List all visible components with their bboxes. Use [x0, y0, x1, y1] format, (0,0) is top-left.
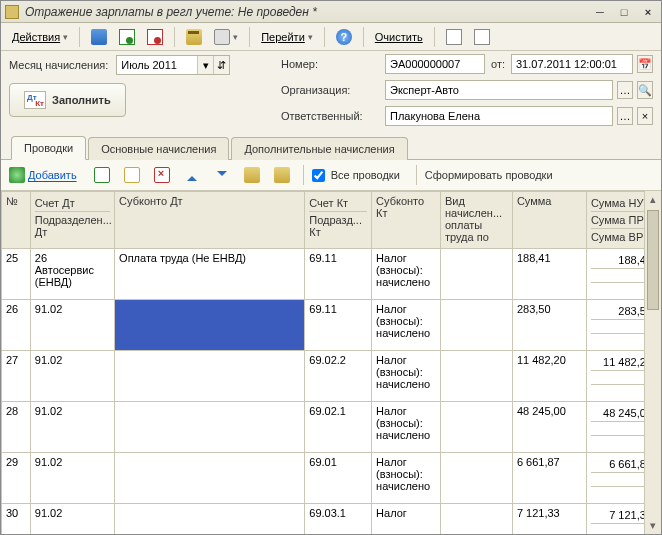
cell-dt[interactable]: 91.02: [30, 300, 114, 351]
cell-subk-kt[interactable]: Налог (взносы): начислено: [372, 351, 441, 402]
cell-subk-kt[interactable]: Налог (взносы): начислено: [372, 453, 441, 504]
calendar-icon[interactable]: 📅: [637, 55, 653, 73]
tab-provodki[interactable]: Проводки: [11, 136, 86, 160]
col-kt-label: Счет Кт: [309, 195, 367, 212]
date-field[interactable]: 31.07.2011 12:00:01: [511, 54, 633, 74]
cell-subk-dt[interactable]: [115, 351, 305, 402]
cell-sum[interactable]: 48 245,00: [512, 402, 586, 453]
org-open-icon[interactable]: 🔍: [637, 81, 653, 99]
help-button[interactable]: ?: [331, 26, 357, 48]
cell-sum[interactable]: 7 121,33: [512, 504, 586, 535]
fill-button[interactable]: Заполнить: [9, 83, 126, 117]
table-row[interactable]: 2791.0269.02.2Налог (взносы): начислено1…: [2, 351, 661, 402]
col-vid[interactable]: Вид начислен... оплаты труда по: [440, 192, 512, 249]
actions-menu[interactable]: Действия ▾: [7, 26, 73, 48]
cell-kt[interactable]: 69.01: [305, 453, 372, 504]
print-button[interactable]: ▾: [209, 26, 243, 48]
goto-menu[interactable]: Перейти ▾: [256, 26, 318, 48]
cell-dt[interactable]: 91.02: [30, 453, 114, 504]
table-row[interactable]: 2691.0269.11Налог (взносы): начислено283…: [2, 300, 661, 351]
move-up-button[interactable]: [179, 164, 205, 186]
cell-dt[interactable]: 26Автосервис (ЕНВД): [30, 249, 114, 300]
cell-kt[interactable]: 69.02.1: [305, 402, 372, 453]
unpost-button[interactable]: [142, 26, 168, 48]
delete-button[interactable]: [149, 164, 175, 186]
cell-sum[interactable]: 188,41: [512, 249, 586, 300]
cell-vid[interactable]: [440, 351, 512, 402]
sort-asc-button[interactable]: [239, 164, 265, 186]
cell-subk-dt[interactable]: [115, 504, 305, 535]
col-sum[interactable]: Сумма: [512, 192, 586, 249]
add-link[interactable]: Добавить: [9, 167, 77, 183]
ledger-button[interactable]: [181, 26, 207, 48]
resp-clear-icon[interactable]: ×: [637, 107, 653, 125]
col-subk-dt[interactable]: Субконто Дт: [115, 192, 305, 249]
generate-button[interactable]: Сформировать проводки: [425, 169, 553, 181]
table-row[interactable]: 2891.0269.02.1Налог (взносы): начислено4…: [2, 402, 661, 453]
number-field[interactable]: ЭА000000007: [385, 54, 485, 74]
maximize-button[interactable]: □: [615, 5, 633, 19]
tree-view-button[interactable]: [469, 26, 495, 48]
cell-sum[interactable]: 11 482,20: [512, 351, 586, 402]
month-select[interactable]: ▾ ⇵: [116, 55, 230, 75]
sort-desc-button[interactable]: [269, 164, 295, 186]
clear-button[interactable]: Очистить: [370, 26, 428, 48]
table-row[interactable]: 3091.0269.03.1Налог7 121,337 121,33: [2, 504, 661, 535]
cell-kt[interactable]: 69.03.1: [305, 504, 372, 535]
close-button[interactable]: ×: [639, 5, 657, 19]
cell-subk-kt[interactable]: Налог (взносы): начислено: [372, 249, 441, 300]
cell-vid[interactable]: [440, 300, 512, 351]
cell-subk-kt[interactable]: Налог: [372, 504, 441, 535]
org-select-icon[interactable]: …: [617, 81, 633, 99]
list-view-button[interactable]: [441, 26, 467, 48]
cell-subk-kt[interactable]: Налог (взносы): начислено: [372, 300, 441, 351]
insert-button[interactable]: [89, 164, 115, 186]
cell-dt[interactable]: 91.02: [30, 351, 114, 402]
cell-vid[interactable]: [440, 453, 512, 504]
save-button[interactable]: [86, 26, 112, 48]
all-entries-checkbox[interactable]: [312, 169, 325, 182]
scroll-up-icon[interactable]: ▴: [645, 191, 661, 208]
move-down-button[interactable]: [209, 164, 235, 186]
cell-vid[interactable]: [440, 402, 512, 453]
cell-dt[interactable]: 91.02: [30, 402, 114, 453]
scroll-down-icon[interactable]: ▾: [645, 517, 661, 534]
col-dept-dt-label: Подразделен... Дт: [35, 212, 110, 240]
cell-kt[interactable]: 69.11: [305, 300, 372, 351]
col-no[interactable]: №: [2, 192, 31, 249]
cell-subk-dt[interactable]: [115, 402, 305, 453]
entries-grid[interactable]: № Счет Дт Подразделен... Дт Субконто Дт …: [1, 191, 661, 534]
scroll-thumb[interactable]: [647, 210, 659, 310]
col-dt[interactable]: Счет Дт Подразделен... Дт: [30, 192, 114, 249]
table-row[interactable]: 2991.0269.01Налог (взносы): начислено6 6…: [2, 453, 661, 504]
col-kt[interactable]: Счет Кт Подразд... Кт: [305, 192, 372, 249]
month-stepper-icon[interactable]: ⇵: [213, 56, 229, 74]
cell-dt[interactable]: 91.02: [30, 504, 114, 535]
edit-button[interactable]: [119, 164, 145, 186]
tab-osnovnye[interactable]: Основные начисления: [88, 137, 229, 160]
table-row[interactable]: 2526Автосервис (ЕНВД)Оплата труда (Не ЕН…: [2, 249, 661, 300]
resp-select-icon[interactable]: …: [617, 107, 633, 125]
minimize-button[interactable]: ─: [591, 5, 609, 19]
cell-kt[interactable]: 69.11: [305, 249, 372, 300]
cell-vid[interactable]: [440, 249, 512, 300]
cell-sum[interactable]: 6 661,87: [512, 453, 586, 504]
cell-kt[interactable]: 69.02.2: [305, 351, 372, 402]
cell-no: 28: [2, 402, 31, 453]
all-entries-button[interactable]: Все проводки: [312, 169, 400, 182]
org-field[interactable]: Эксперт-Авто: [385, 80, 613, 100]
cell-subk-dt[interactable]: [115, 300, 305, 351]
month-input[interactable]: [117, 56, 197, 74]
post-button[interactable]: [114, 26, 140, 48]
resp-field[interactable]: Плакунова Елена: [385, 106, 613, 126]
cell-sum[interactable]: 283,50: [512, 300, 586, 351]
tab-dopolnitelnye[interactable]: Дополнительные начисления: [231, 137, 407, 160]
cell-subk-dt[interactable]: Оплата труда (Не ЕНВД): [115, 249, 305, 300]
month-dropdown-icon[interactable]: ▾: [197, 56, 213, 74]
cell-vid[interactable]: [440, 504, 512, 535]
vertical-scrollbar[interactable]: ▴ ▾: [644, 191, 661, 534]
resp-value: Плакунова Елена: [390, 110, 480, 122]
cell-subk-dt[interactable]: [115, 453, 305, 504]
cell-subk-kt[interactable]: Налог (взносы): начислено: [372, 402, 441, 453]
col-subk-kt[interactable]: Субконто Кт: [372, 192, 441, 249]
